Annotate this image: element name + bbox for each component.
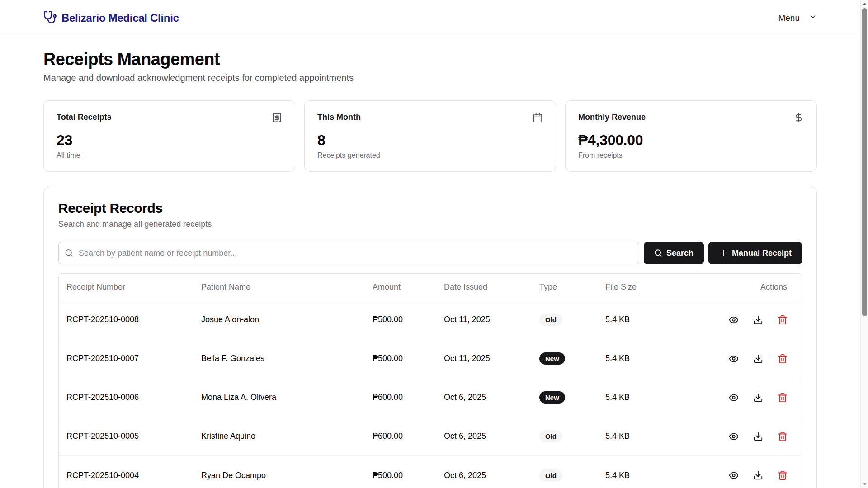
column-header-date-issued: Date Issued xyxy=(444,282,539,292)
table-body: RCPT-202510-0008 Josue Alon-alon ₱500.00… xyxy=(59,300,802,488)
search-input[interactable] xyxy=(58,242,639,264)
search-button-label: Search xyxy=(666,249,693,258)
search-box xyxy=(58,242,639,264)
scroll-down-arrow[interactable] xyxy=(861,481,868,487)
menu-label: Menu xyxy=(778,13,800,23)
cell-date-issued: Oct 6, 2025 xyxy=(444,432,539,441)
column-header-type: Type xyxy=(539,282,605,292)
top-navigation-bar: Belizario Medical Clinic Menu xyxy=(0,0,860,36)
panel-title: Receipt Records xyxy=(58,201,802,216)
cell-amount: ₱500.00 xyxy=(373,471,444,480)
column-header-actions: Actions xyxy=(678,282,802,292)
stat-card-this-month: This Month 8 Receipts generated xyxy=(304,100,556,172)
cell-file-size: 5.4 KB xyxy=(605,315,678,324)
column-header-receipt-number: Receipt Number xyxy=(66,282,201,292)
cell-receipt-number: RCPT-202510-0005 xyxy=(66,432,201,441)
cell-amount: ₱600.00 xyxy=(373,393,444,402)
delete-receipt-button[interactable] xyxy=(777,314,788,325)
column-header-file-size: File Size xyxy=(605,282,678,292)
page-title: Receipts Management xyxy=(43,50,817,69)
cell-date-issued: Oct 6, 2025 xyxy=(444,393,539,402)
stethoscope-icon xyxy=(43,10,57,26)
row-actions xyxy=(678,470,802,481)
delete-receipt-button[interactable] xyxy=(777,392,788,403)
cell-patient-name: Kristine Aquino xyxy=(201,432,373,441)
stat-label: This Month xyxy=(317,113,361,122)
cell-patient-name: Bella F. Gonzales xyxy=(201,354,373,363)
cell-patient-name: Josue Alon-alon xyxy=(201,315,373,324)
stat-caption: Receipts generated xyxy=(317,151,543,160)
trash-icon xyxy=(778,315,788,325)
cell-date-issued: Oct 6, 2025 xyxy=(444,471,539,480)
cell-receipt-number: RCPT-202510-0008 xyxy=(66,315,201,324)
row-actions xyxy=(678,392,802,403)
download-icon xyxy=(753,354,763,364)
eye-icon xyxy=(729,354,739,364)
view-receipt-button[interactable] xyxy=(728,314,739,325)
eye-icon xyxy=(729,470,739,480)
manual-receipt-button[interactable]: Manual Receipt xyxy=(708,242,802,264)
chevron-down-icon xyxy=(809,13,817,23)
type-badge: Old xyxy=(539,469,562,482)
type-badge: New xyxy=(539,352,565,365)
panel-subtitle: Search and manage all generated receipts xyxy=(58,220,802,229)
cell-file-size: 5.4 KB xyxy=(605,393,678,402)
cell-date-issued: Oct 11, 2025 xyxy=(444,315,539,324)
table-row: RCPT-202510-0005 Kristine Aquino ₱600.00… xyxy=(59,417,802,456)
table-row: RCPT-202510-0008 Josue Alon-alon ₱500.00… xyxy=(59,300,802,339)
download-receipt-button[interactable] xyxy=(753,470,764,481)
download-receipt-button[interactable] xyxy=(753,314,764,325)
stat-value: 8 xyxy=(317,132,543,149)
stat-caption: From receipts xyxy=(578,151,804,160)
cell-date-issued: Oct 11, 2025 xyxy=(444,354,539,363)
search-icon xyxy=(654,249,662,257)
download-receipt-button[interactable] xyxy=(753,353,764,364)
scroll-up-arrow[interactable] xyxy=(861,1,868,7)
type-badge: Old xyxy=(539,314,562,326)
cell-amount: ₱500.00 xyxy=(373,354,444,363)
eye-icon xyxy=(729,432,739,441)
download-icon xyxy=(753,393,763,403)
stat-card-monthly-revenue: Monthly Revenue ₱4,300.00 From receipts xyxy=(565,100,817,172)
delete-receipt-button[interactable] xyxy=(777,353,788,364)
cell-amount: ₱600.00 xyxy=(373,432,444,441)
eye-icon xyxy=(729,315,739,325)
table-row: RCPT-202510-0006 Mona Liza A. Olivera ₱6… xyxy=(59,378,802,417)
app-window: Belizario Medical Clinic Menu Receipts M… xyxy=(0,0,868,488)
receipt-records-panel: Receipt Records Search and manage all ge… xyxy=(43,187,817,488)
cell-file-size: 5.4 KB xyxy=(605,471,678,480)
manual-receipt-button-label: Manual Receipt xyxy=(732,249,792,258)
cell-patient-name: Ryan De Ocampo xyxy=(201,471,373,480)
stat-label: Monthly Revenue xyxy=(578,113,646,122)
download-receipt-button[interactable] xyxy=(753,392,764,403)
cell-receipt-number: RCPT-202510-0004 xyxy=(66,471,201,480)
cell-file-size: 5.4 KB xyxy=(605,432,678,441)
calendar-icon xyxy=(533,113,543,125)
stat-value: ₱4,300.00 xyxy=(578,132,804,149)
page-subtitle: Manage and download acknowledgment recei… xyxy=(43,73,817,83)
delete-receipt-button[interactable] xyxy=(777,470,788,481)
stat-caption: All time xyxy=(57,151,282,160)
scrollbar-thumb[interactable] xyxy=(862,8,867,316)
cell-patient-name: Mona Liza A. Olivera xyxy=(201,393,373,402)
table-row: RCPT-202510-0004 Ryan De Ocampo ₱500.00 … xyxy=(59,456,802,488)
brand[interactable]: Belizario Medical Clinic xyxy=(43,10,179,26)
trash-icon xyxy=(778,432,788,441)
view-receipt-button[interactable] xyxy=(728,470,739,481)
download-receipt-button[interactable] xyxy=(753,431,764,442)
view-receipt-button[interactable] xyxy=(728,392,739,403)
view-receipt-button[interactable] xyxy=(728,431,739,442)
plus-icon xyxy=(719,249,728,258)
table-header-row: Receipt Number Patient Name Amount Date … xyxy=(59,274,802,300)
trash-icon xyxy=(778,393,788,403)
vertical-scrollbar[interactable] xyxy=(860,0,868,488)
dollar-icon xyxy=(793,113,804,125)
stat-value: 23 xyxy=(57,132,282,149)
delete-receipt-button[interactable] xyxy=(777,431,788,442)
menu-dropdown[interactable]: Menu xyxy=(778,13,817,23)
search-button[interactable]: Search xyxy=(644,242,704,264)
stat-cards: Total Receipts 23 All time xyxy=(43,100,817,172)
stat-label: Total Receipts xyxy=(57,113,112,122)
row-actions xyxy=(678,314,802,325)
view-receipt-button[interactable] xyxy=(728,353,739,364)
